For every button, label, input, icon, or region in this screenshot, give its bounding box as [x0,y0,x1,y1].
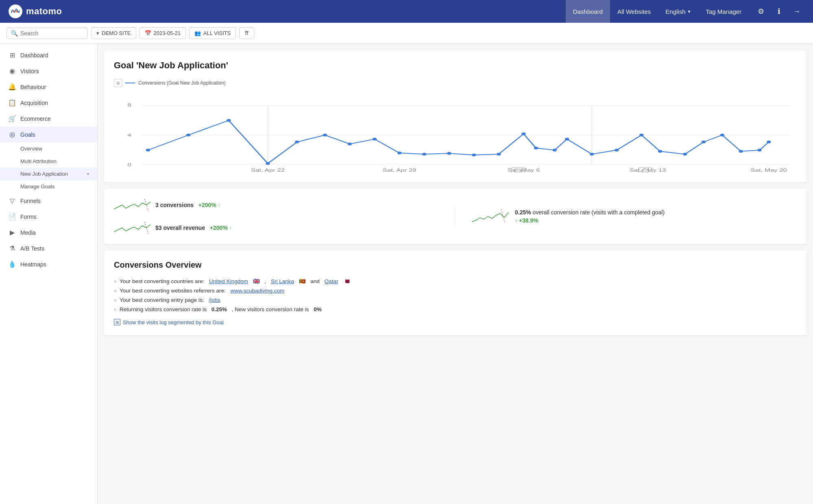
legend-export-icon[interactable]: ⊞ [114,79,122,87]
date-label: 2023-05-21 [154,30,181,36]
site-selector-label: DEMO SITE [102,30,131,36]
sidebar-label-ab-tests: A/B Tests [20,245,44,252]
chart-container: 0 4 8 Sat, Apr 22 Sat, Apr 29 Sat, May 6… [114,91,797,172]
sidebar-label-media: Media [20,229,36,236]
conversion-rate-text: 0.25% overall conversion rate (visits wi… [515,209,665,224]
nav-language[interactable]: English ▼ [658,0,698,23]
sidebar-item-ab-tests[interactable]: ⚗ A/B Tests [0,240,97,256]
nav-icons: ⚙ ℹ → [753,3,805,20]
sidebar-sub-item-manage-goals[interactable]: Manage Goals [0,180,97,193]
svg-point-35 [639,134,644,137]
svg-point-22 [348,143,352,146]
svg-point-30 [534,147,538,150]
svg-point-37 [683,153,687,156]
date-picker-button[interactable]: 📅 2023-05-21 [139,27,186,39]
sidebar-item-funnels[interactable]: ▽ Funnels [0,193,97,209]
sub-item-arrow-icon: ▾ [87,172,89,176]
sidebar-sub-item-new-job-application[interactable]: New Job Application ▾ [0,168,97,180]
logo-text: matomo [26,6,62,17]
conversions-text: 3 conversions +200% ↑ [155,202,220,208]
settings-icon[interactable]: ⚙ [753,3,769,20]
sidebar-label-acquisition: Acquisition [20,100,48,106]
sidebar-label-goals: Goals [20,131,35,138]
svg-text:Sat, May 6: Sat, May 6 [507,168,540,172]
country-uk-link[interactable]: United Kingdom [209,278,248,284]
svg-text:💬: 💬 [514,169,522,172]
search-icon: 🔍 [11,30,18,37]
chart-legend: ⊞ Conversions (Goal New Job Application) [114,79,797,87]
stats-card: 3 conversions +200% ↑ [104,189,806,244]
conversions-count: 3 conversions [155,202,194,208]
conversion-rate-change: +38.9% [519,217,538,224]
nav-links: Dashboard All Websites English ▼ Tag Man… [566,0,749,23]
search-box[interactable]: 🔍 [7,28,88,39]
svg-text:Sat, Apr 29: Sat, Apr 29 [383,168,416,172]
svg-point-33 [590,153,594,156]
svg-point-23 [373,138,377,141]
info-icon[interactable]: ℹ [771,3,787,20]
sri-lanka-flag: 🇱🇰 [297,278,306,284]
conversions-list: Your best converting countries are: Unit… [114,276,797,314]
toolbar: 🔍 ▾ DEMO SITE 📅 2023-05-21 👥 ALL VISITS … [0,23,813,44]
site-selector-arrow-icon: ▾ [96,30,99,36]
segment-selector-button[interactable]: 👥 ALL VISITS [189,27,236,39]
sidebar-item-acquisition[interactable]: 📋 Acquisition [0,95,97,111]
svg-point-19 [266,162,270,165]
svg-point-31 [552,149,557,152]
svg-point-36 [658,150,663,153]
user-icon[interactable]: → [789,3,805,20]
svg-point-34 [615,149,619,152]
conversion-rate-label: overall conversion rate (visits with a c… [533,209,665,216]
sidebar-label-funnels: Funnels [20,198,41,204]
nav-tag-manager[interactable]: Tag Manager [698,0,749,23]
svg-text:Sat, May 20: Sat, May 20 [751,168,787,172]
sidebar-item-forms[interactable]: 📄 Forms [0,209,97,225]
stats-row: 3 conversions +200% ↑ [114,197,797,236]
segment-icon: 👥 [194,30,201,36]
referrer-link[interactable]: www.scubadiving.com [230,288,284,294]
sidebar-item-media[interactable]: ▶ Media [0,225,97,240]
svg-point-29 [521,133,526,135]
visitors-icon: ◉ [8,67,16,75]
svg-point-28 [497,153,501,156]
conversion-rate-value: 0.25% [515,209,531,216]
search-input[interactable] [20,30,83,37]
sidebar-sub-item-multi-attribution[interactable]: Multi Attribution [0,155,97,168]
sidebar-item-ecommerce[interactable]: 🛒 Ecommerce [0,111,97,127]
sidebar-item-behaviour[interactable]: 🔔 Behaviour [0,79,97,95]
entry-page-link[interactable]: /jobs [209,297,220,303]
main-content: Goal 'New Job Application' ⊞ Conversions… [98,44,813,504]
nav-all-websites[interactable]: All Websites [610,0,658,23]
conversion-rate-sparkline [472,206,508,227]
show-log-link[interactable]: ⊞ Show the visits log segmented by this … [114,319,797,325]
svg-text:4: 4 [127,133,131,137]
qatar-flag: 🇶🇦 [342,278,350,284]
sub-item-label: New Job Application [20,171,68,177]
comparison-icon: ⇈ [244,30,249,36]
country-qatar-link[interactable]: Qatar [325,278,338,284]
svg-text:8: 8 [127,103,131,107]
sidebar: ⊞ Dashboard ◉ Visitors 🔔 Behaviour 📋 Acq… [0,44,98,504]
sub-item-label-row: New Job Application ▾ [20,171,89,177]
sidebar-item-goals[interactable]: ◎ Goals [0,127,97,142]
sidebar-item-heatmaps[interactable]: 💧 Heatmaps [0,256,97,272]
sidebar-sub-item-overview[interactable]: Overview [0,142,97,155]
svg-point-17 [186,134,191,137]
sidebar-item-visitors[interactable]: ◉ Visitors [0,63,97,79]
top-navigation: matomo Dashboard All Websites English ▼ … [0,0,813,23]
svg-text:💬: 💬 [641,169,650,172]
logo[interactable]: matomo [8,4,62,19]
country-sri-lanka-link[interactable]: Sri Lanka [271,278,294,284]
nav-dashboard[interactable]: Dashboard [566,0,610,23]
new-rate: 0% [314,306,322,312]
sidebar-item-dashboard[interactable]: ⊞ Dashboard [0,47,97,63]
comparison-button[interactable]: ⇈ [239,27,254,39]
svg-point-41 [757,149,762,152]
revenue-sparkline [114,220,150,236]
revenue-text: $3 overall revenue +200% ↑ [155,225,232,231]
conversion-rate-arrow-icon: ↑ [515,218,517,224]
sidebar-label-forms: Forms [20,214,37,220]
site-selector-button[interactable]: ▾ DEMO SITE [91,27,136,39]
svg-point-1 [13,11,15,13]
svg-point-24 [397,152,402,155]
